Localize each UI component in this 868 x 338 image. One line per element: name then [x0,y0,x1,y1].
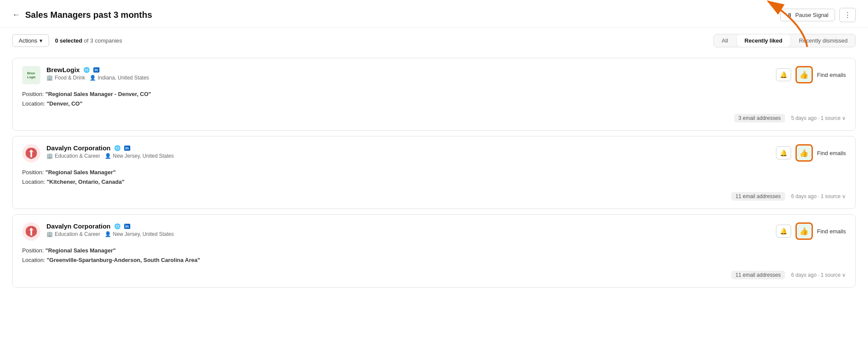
card-2-email-count: 11 email addresses [731,192,785,201]
company-card-3: Davalyn Corporation 🌐 in 🏢 Education & C… [12,214,856,287]
davalyn-logo-svg-2 [22,144,40,162]
pause-signal-button[interactable]: ⏸ Pause Signal [780,9,835,21]
card-2-position: Position: "Regional Sales Manager" Locat… [22,168,846,187]
back-button[interactable]: ← [12,10,20,20]
thumbsup-icon-3: 👍 [799,227,809,236]
card-2-actions: 🔔 👍 Find emails [776,144,846,162]
card-3-company-info: Davalyn Corporation 🌐 in 🏢 Education & C… [22,222,174,241]
tab-recently-dismissed[interactable]: Recently dismissed [791,34,855,47]
linkedin-icon-3[interactable]: in [124,224,130,229]
card-3-top: Davalyn Corporation 🌐 in 🏢 Education & C… [22,222,846,241]
davalyn-logo-svg-3 [22,222,40,241]
person-icon-1: 👤 [89,75,96,81]
davalyn-logo-3 [22,222,40,241]
person-icon-2: 👤 [105,153,111,159]
card-3-industry: 🏢 Education & Career [46,231,100,237]
card-2-industry: 🏢 Education & Career [46,153,100,159]
card-3-tags: 🏢 Education & Career 👤 New Jersey, Unite… [46,231,174,237]
card-3-actions: 🔔 👍 Find emails [776,222,846,240]
card-2-name-row: Davalyn Corporation 🌐 in [46,144,174,152]
davalyn-logo-2 [22,144,40,162]
card-2-meta: Davalyn Corporation 🌐 in 🏢 Education & C… [46,144,174,159]
card-1-location-text: Location: "Denver, CO" [22,99,846,109]
tab-recently-liked[interactable]: Recently liked [737,34,790,47]
page-wrapper: ← Sales Managers past 3 months ⏸ Pause S… [0,0,868,338]
mute-icon-1: 🔔 [780,71,787,78]
mute-icon-3: 🔔 [780,228,787,235]
chevron-down-icon-3[interactable]: ∨ [842,272,846,278]
find-emails-button-2[interactable]: Find emails [817,150,846,156]
brewlogix-logo: BrewLogix [22,66,40,84]
globe-icon-3[interactable]: 🌐 [114,223,121,229]
card-3-company-name: Davalyn Corporation [46,222,111,230]
chevron-down-icon-1[interactable]: ∨ [842,115,846,121]
actions-chevron-icon: ▾ [40,37,43,44]
card-3-footer: 11 email addresses 6 days ago · 1 source… [22,271,846,279]
card-3-name-row: Davalyn Corporation 🌐 in [46,222,174,230]
header-left: ← Sales Managers past 3 months [12,10,152,20]
page-title: Sales Managers past 3 months [25,10,152,20]
actions-button[interactable]: Actions ▾ [12,34,49,47]
selected-count-text: 0 selected of 3 companies [55,37,122,44]
filter-tabs: All Recently liked Recently dismissed [713,34,856,47]
more-options-button[interactable]: ⋮ [839,8,856,22]
card-2-tags: 🏢 Education & Career 👤 New Jersey, Unite… [46,153,174,159]
card-2-location-text: Location: "Kitchener, Ontario, Canada" [22,177,846,187]
like-button-1[interactable]: 👍 [795,66,813,83]
linkedin-icon-2[interactable]: in [124,146,130,151]
card-3-location: 👤 New Jersey, United States [105,231,174,237]
card-1-location: 👤 Indiana, United States [89,75,149,81]
mute-button-2[interactable]: 🔔 [776,146,791,159]
find-emails-button-3[interactable]: Find emails [817,228,846,235]
card-1-company-name: BrewLogix [46,66,80,73]
pause-icon: ⏸ [787,12,792,18]
tab-all[interactable]: All [714,34,736,47]
card-1-top: BrewLogix BrewLogix 🌐 in 🏢 Food & Drink [22,66,846,84]
like-button-3[interactable]: 👍 [795,222,813,240]
card-3-position-text: Position: "Regional Sales Manager" [22,246,846,255]
person-icon-3: 👤 [105,231,111,237]
find-emails-button-1[interactable]: Find emails [817,72,846,78]
like-button-2[interactable]: 👍 [795,144,813,162]
pause-signal-label: Pause Signal [795,12,828,18]
card-3-meta: Davalyn Corporation 🌐 in 🏢 Education & C… [46,222,174,237]
card-1-source: 5 days ago · 1 source ∨ [791,115,846,121]
thumbsup-icon-1: 👍 [799,70,809,80]
card-1-position: Position: "Regional Sales Manager - Denv… [22,89,846,109]
mute-button-3[interactable]: 🔔 [776,225,791,238]
card-1-actions: 🔔 👍 Find emails [776,66,846,83]
card-1-meta: BrewLogix 🌐 in 🏢 Food & Drink 👤 In [46,66,149,81]
cards-container: BrewLogix BrewLogix 🌐 in 🏢 Food & Drink [0,53,868,296]
building-icon-2: 🏢 [46,153,53,159]
card-1-industry: 🏢 Food & Drink [46,75,85,81]
card-1-footer: 3 email addresses 5 days ago · 1 source … [22,114,846,123]
building-icon-3: 🏢 [46,231,53,237]
actions-label: Actions [19,37,37,44]
toolbar: Actions ▾ 0 selected of 3 companies All … [0,28,868,53]
card-1-company-info: BrewLogix BrewLogix 🌐 in 🏢 Food & Drink [22,66,149,84]
card-2-top: Davalyn Corporation 🌐 in 🏢 Education & C… [22,144,846,162]
card-2-position-text: Position: "Regional Sales Manager" [22,168,846,177]
card-1-position-text: Position: "Regional Sales Manager - Denv… [22,89,846,99]
card-2-source: 6 days ago · 1 source ∨ [791,193,846,199]
globe-icon-2[interactable]: 🌐 [114,145,121,151]
card-3-location-text: Location: "Greenville-Spartanburg-Anders… [22,255,846,265]
mute-button-1[interactable]: 🔔 [776,68,791,81]
building-icon-1: 🏢 [46,75,53,81]
card-3-source: 6 days ago · 1 source ∨ [791,272,846,278]
card-2-company-info: Davalyn Corporation 🌐 in 🏢 Education & C… [22,144,174,162]
card-1-email-count: 3 email addresses [734,114,785,123]
card-1-tags: 🏢 Food & Drink 👤 Indiana, United States [46,75,149,81]
globe-icon-1[interactable]: 🌐 [83,67,90,73]
card-2-footer: 11 email addresses 6 days ago · 1 source… [22,192,846,201]
linkedin-icon-1[interactable]: in [93,67,99,73]
card-2-company-name: Davalyn Corporation [46,144,111,152]
card-2-location: 👤 New Jersey, United States [105,153,174,159]
card-3-position: Position: "Regional Sales Manager" Locat… [22,246,846,265]
mute-icon-2: 🔔 [780,149,787,156]
card-1-name-row: BrewLogix 🌐 in [46,66,149,73]
chevron-down-icon-2[interactable]: ∨ [842,193,846,199]
header: ← Sales Managers past 3 months ⏸ Pause S… [0,0,868,28]
thumbsup-icon-2: 👍 [799,149,809,158]
card-3-email-count: 11 email addresses [731,271,785,279]
